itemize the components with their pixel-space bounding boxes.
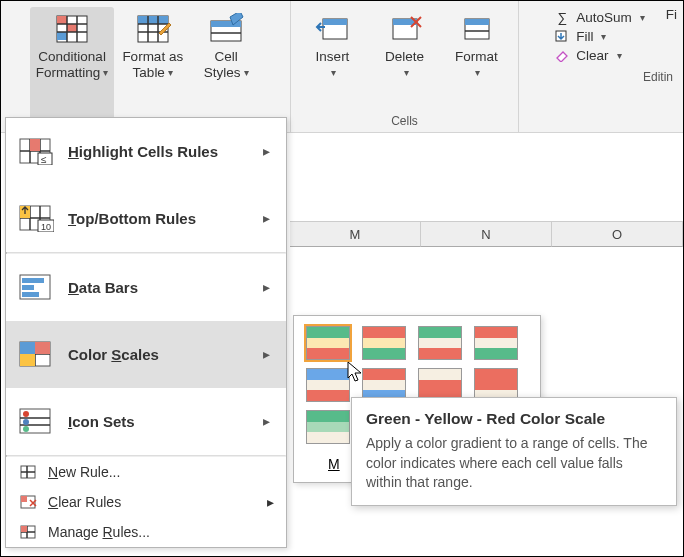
autosum-button[interactable]: ∑AutoSum ▾ <box>553 9 645 25</box>
cell-styles-button[interactable]: CellStyles▾ <box>191 7 261 132</box>
top-bottom-icon: 10 <box>18 203 54 233</box>
manage-rules-icon <box>18 523 38 541</box>
menu-manage-rules[interactable]: Manage Rules... <box>6 517 286 547</box>
tooltip-title: Green - Yellow - Red Color Scale <box>366 410 662 428</box>
menu-icon-sets[interactable]: Icon Sets ▸ <box>6 388 286 455</box>
chevron-down-icon: ▾ <box>331 67 336 79</box>
chevron-down-icon: ▾ <box>404 67 409 79</box>
chevron-right-icon: ▸ <box>263 279 274 295</box>
column-header-o[interactable]: O <box>552 222 683 247</box>
fill-label: Fill <box>576 29 593 44</box>
chevron-down-icon: ▾ <box>617 50 622 61</box>
svg-point-53 <box>23 419 29 425</box>
chevron-right-icon: ▸ <box>263 210 274 226</box>
ribbon: ConditionalFormatting▾ Format asTable▾ C… <box>1 1 683 133</box>
clear-rules-icon <box>18 493 38 511</box>
cell-styles-label: CellStyles <box>204 49 241 80</box>
format-button[interactable]: Format▾ <box>442 7 512 111</box>
svg-rect-41 <box>22 285 34 290</box>
chevron-right-icon: ▸ <box>263 143 274 159</box>
delete-cells-icon <box>385 11 425 47</box>
conditional-formatting-button[interactable]: ConditionalFormatting▾ <box>30 7 115 132</box>
ribbon-group-cells: Insert▾ Delete▾ Format▾ Cells <box>291 1 519 132</box>
chevron-right-icon: ▸ <box>263 346 274 362</box>
svg-rect-22 <box>465 19 489 25</box>
format-as-table-icon <box>133 11 173 47</box>
svg-rect-29 <box>30 139 40 151</box>
menu-clear-rules[interactable]: Clear Rules ▸ <box>6 487 286 517</box>
sigma-icon: ∑ <box>553 9 571 25</box>
ribbon-group-editing: ∑AutoSum ▾ Fill ▾ Clear ▾ Editin Fi <box>519 1 679 132</box>
color-scale-preset[interactable] <box>362 326 406 360</box>
conditional-formatting-menu: ≤ HHighlight Cells Rulesighlight Cells R… <box>5 117 287 548</box>
menu-top-bottom-rules[interactable]: 10 Top/Bottom Rules ▸ <box>6 185 286 252</box>
data-bars-icon <box>18 272 54 302</box>
insert-button[interactable]: Insert▾ <box>298 7 368 111</box>
insert-label: Insert <box>316 49 350 64</box>
delete-label: Delete <box>385 49 424 64</box>
chevron-down-icon: ▾ <box>244 67 249 79</box>
tooltip-body: Apply a color gradient to a range of cel… <box>366 434 662 493</box>
column-header-m[interactable]: M <box>290 222 421 247</box>
svg-point-52 <box>23 411 29 417</box>
color-scale-preset[interactable] <box>418 326 462 360</box>
svg-text:≤: ≤ <box>41 154 47 165</box>
highlight-rules-icon: ≤ <box>18 136 54 166</box>
group-label-cells: Cells <box>295 111 514 132</box>
chevron-down-icon: ▾ <box>640 12 645 23</box>
svg-rect-47 <box>20 354 35 366</box>
tooltip: Green - Yellow - Red Color Scale Apply a… <box>351 397 677 506</box>
fill-button[interactable]: Fill ▾ <box>553 28 645 44</box>
svg-rect-2 <box>67 24 77 32</box>
column-header-n[interactable]: N <box>421 222 552 247</box>
color-scale-preset[interactable] <box>474 326 518 360</box>
svg-rect-63 <box>21 526 27 532</box>
svg-rect-40 <box>22 278 44 283</box>
clear-button[interactable]: Clear ▾ <box>553 47 645 63</box>
svg-rect-1 <box>57 16 67 24</box>
column-headers: M N O <box>290 221 683 247</box>
format-cells-icon <box>457 11 497 47</box>
chevron-down-icon: ▾ <box>601 31 606 42</box>
format-as-table-button[interactable]: Format asTable▾ <box>116 7 189 132</box>
svg-rect-48 <box>35 342 50 354</box>
svg-rect-3 <box>57 32 67 40</box>
menu-new-rule[interactable]: New Rule... <box>6 457 286 487</box>
conditional-formatting-label: ConditionalFormatting <box>36 49 106 80</box>
svg-rect-59 <box>21 496 27 502</box>
cell-styles-icon <box>206 11 246 47</box>
svg-rect-46 <box>20 342 35 354</box>
insert-cells-icon <box>313 11 353 47</box>
svg-rect-42 <box>22 292 39 297</box>
format-as-table-label: Format asTable <box>122 49 183 80</box>
ribbon-group-styles: ConditionalFormatting▾ Format asTable▾ C… <box>1 1 291 132</box>
svg-text:10: 10 <box>41 222 51 232</box>
group-label-editing: Editin <box>523 67 675 88</box>
menu-data-bars[interactable]: Data Bars ▸ <box>6 254 286 321</box>
color-scale-preset[interactable] <box>306 410 350 444</box>
chevron-down-icon: ▾ <box>103 67 108 79</box>
menu-color-scales[interactable]: Color Scales ▸ <box>6 321 286 388</box>
svg-rect-18 <box>323 19 347 25</box>
eraser-icon <box>553 47 571 63</box>
clear-label: Clear <box>576 48 608 63</box>
chevron-down-icon: ▾ <box>475 67 480 79</box>
svg-rect-9 <box>138 16 168 24</box>
conditional-formatting-icon <box>52 11 92 47</box>
format-label: Format <box>455 49 498 64</box>
color-scale-preset[interactable] <box>306 368 350 402</box>
svg-point-54 <box>23 426 29 432</box>
autosum-label: AutoSum <box>576 10 632 25</box>
fill-down-icon <box>553 28 571 44</box>
menu-highlight-cells-rules[interactable]: ≤ HHighlight Cells Rulesighlight Cells R… <box>6 118 286 185</box>
delete-button[interactable]: Delete▾ <box>370 7 440 111</box>
color-scale-preset[interactable] <box>306 326 350 360</box>
chevron-right-icon: ▸ <box>267 494 274 510</box>
chevron-right-icon: ▸ <box>263 413 274 429</box>
color-scales-icon <box>18 339 54 369</box>
icon-sets-icon <box>18 406 54 436</box>
chevron-down-icon: ▾ <box>168 67 173 79</box>
find-partial: Fi <box>666 7 677 22</box>
new-rule-icon <box>18 463 38 481</box>
